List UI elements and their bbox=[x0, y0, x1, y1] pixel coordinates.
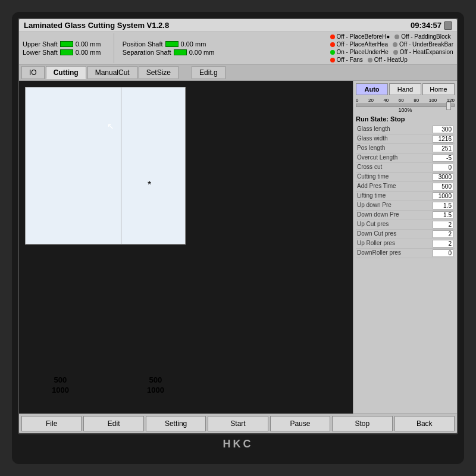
underbreak-label: Off - UnderBreakBar bbox=[399, 41, 453, 48]
tab-editg[interactable]: Edit.g bbox=[192, 66, 226, 79]
mode-buttons: Auto Hand Home bbox=[356, 83, 455, 95]
position-shaft-label: Position Shaft bbox=[123, 40, 163, 48]
mode-auto-button[interactable]: Auto bbox=[356, 83, 388, 95]
place-before-led bbox=[330, 35, 335, 39]
param-row: Up down Pre 1.5 bbox=[356, 201, 455, 211]
place-after-label: Off - PlaceAfterHea bbox=[337, 41, 389, 48]
cursor-pointer: ↖ bbox=[107, 121, 114, 131]
lower-shaft-indicator bbox=[60, 49, 73, 55]
tab-io[interactable]: IO bbox=[21, 66, 45, 79]
underbreak-led bbox=[393, 42, 397, 47]
param-row: Glass width 1216 bbox=[356, 134, 455, 144]
setting-button[interactable]: Setting bbox=[146, 416, 206, 431]
param-row: Glass length 300 bbox=[356, 125, 455, 134]
speed-area: 020406080100120 100% bbox=[356, 98, 455, 113]
monitor-brand: HKC bbox=[223, 438, 253, 450]
asterisk-marker: * bbox=[148, 180, 151, 190]
param-row: Lifting time 1000 bbox=[356, 192, 455, 201]
file-button[interactable]: File bbox=[21, 416, 82, 431]
position-shaft-value: 0.00 mm bbox=[181, 40, 211, 48]
stop-button[interactable]: Stop bbox=[332, 416, 392, 431]
shaft-info-bar: Upper Shaft 0.00 mm Lower Shaft 0.00 mm … bbox=[19, 32, 457, 65]
cut-line bbox=[121, 87, 121, 244]
label-right: 500 1000 bbox=[147, 375, 164, 396]
start-button[interactable]: Start bbox=[208, 416, 268, 431]
lower-shaft-value: 0.00 mm bbox=[76, 49, 105, 56]
param-row: Overcut Length -5 bbox=[356, 154, 455, 163]
label-left: 500 1000 bbox=[52, 375, 69, 396]
heatexp-led bbox=[393, 50, 398, 55]
fans-label: Off - Fans bbox=[337, 57, 363, 63]
app-title: Laminated Glass Cutting System V1.2.8 bbox=[24, 21, 169, 30]
upper-shaft-value: 0.00 mm bbox=[76, 40, 105, 48]
param-down-cut-pres: Down Cut pres 2 bbox=[356, 230, 455, 239]
place-under-label: On - PlaceUnderHe bbox=[337, 49, 389, 55]
position-shaft-indicator bbox=[165, 41, 178, 47]
place-under-led bbox=[330, 50, 335, 55]
mode-hand-button[interactable]: Hand bbox=[389, 83, 421, 95]
right-panel: Auto Hand Home 020406080100120 100% bbox=[353, 81, 457, 414]
lower-shaft-label: Lower Shaft bbox=[23, 49, 58, 56]
separation-shaft-value: 0.00 mm bbox=[189, 49, 219, 56]
upper-shaft-label: Upper Shaft bbox=[23, 40, 58, 48]
speed-slider-thumb[interactable] bbox=[446, 102, 451, 110]
param-row: Pos length 251 bbox=[356, 144, 455, 154]
run-state: Run State: Stop bbox=[356, 115, 455, 123]
canvas-area: * 500 1000 500 1000 ↖ bbox=[19, 81, 353, 414]
separation-shaft-label: Separation Shaft bbox=[123, 49, 171, 56]
param-row: Cross cut 0 bbox=[356, 163, 455, 173]
place-after-led bbox=[330, 42, 335, 47]
back-button[interactable]: Back bbox=[394, 416, 455, 431]
pause-button[interactable]: Pause bbox=[270, 416, 330, 431]
heatup-led bbox=[368, 58, 372, 62]
param-row: DownRoller pres 0 bbox=[356, 249, 455, 258]
edit-button[interactable]: Edit bbox=[83, 416, 143, 431]
heatup-label: Off - HeatUp bbox=[374, 57, 408, 63]
padding-block-led bbox=[394, 35, 399, 39]
system-clock: 09:34:57 bbox=[411, 21, 441, 30]
status-lights-panel: Off - PlaceBeforeH● Off - PaddingBlock O… bbox=[330, 33, 454, 63]
param-row: Up Cut pres 2 bbox=[356, 220, 455, 230]
minimize-button[interactable] bbox=[444, 21, 452, 30]
params-table: Glass length 300 Glass width 1216 Pos le… bbox=[356, 125, 455, 258]
tab-setsize[interactable]: SetSize bbox=[139, 66, 178, 79]
param-row: Down down Pre 1.5 bbox=[356, 211, 455, 220]
heatexp-label: Off - HeatExpansion bbox=[400, 49, 453, 55]
nav-tab-bar: IO Cutting ManualCut SetSize Edit.g bbox=[19, 65, 457, 81]
mode-home-button[interactable]: Home bbox=[422, 83, 455, 95]
speed-slider-track[interactable] bbox=[356, 104, 455, 107]
tab-manualcut[interactable]: ManualCut bbox=[87, 66, 137, 79]
glass-shape: * bbox=[25, 87, 186, 245]
fans-led bbox=[330, 58, 335, 62]
param-row: Cutting time 3000 bbox=[356, 173, 455, 182]
param-row: Up Roller pres 2 bbox=[356, 239, 455, 249]
upper-shaft-indicator bbox=[60, 41, 73, 47]
separation-shaft-indicator bbox=[174, 49, 187, 55]
tab-cutting[interactable]: Cutting bbox=[46, 66, 86, 79]
bottom-toolbar: File Edit Setting Start Pause Stop Back bbox=[19, 414, 457, 433]
speed-percent: 100% bbox=[356, 107, 455, 113]
param-row: Add Pres Time 500 bbox=[356, 182, 455, 192]
place-before-label: Off - PlaceBeforeH● bbox=[337, 33, 390, 40]
padding-block-label: Off - PaddingBlock bbox=[401, 33, 450, 40]
